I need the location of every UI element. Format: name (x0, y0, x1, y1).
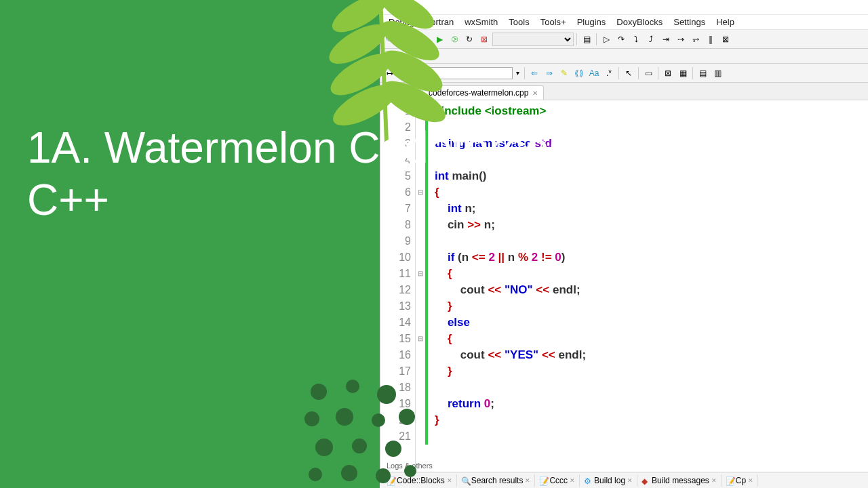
match-case-icon[interactable]: ⟪⟫ (572, 66, 586, 80)
box4-icon[interactable]: ▥ (711, 66, 724, 80)
debug-pause-icon[interactable]: ‖ (704, 33, 717, 46)
menu-toolsplus[interactable]: Tools+ (535, 16, 572, 28)
svg-point-9 (346, 380, 359, 393)
close-icon[interactable]: ✕ (748, 477, 753, 484)
doc-icon[interactable]: ▤ (580, 33, 593, 46)
close-icon[interactable]: ✕ (711, 477, 717, 484)
svg-point-20 (376, 468, 391, 483)
bottom-tab-search-results[interactable]: 🔍Search results✕ (457, 474, 536, 487)
svg-point-10 (377, 385, 396, 404)
bottom-tab-cccc[interactable]: 📝Cccc✕ (535, 474, 580, 487)
svg-point-18 (309, 468, 322, 481)
menu-doxyblocks[interactable]: DoxyBlocks (611, 16, 668, 28)
rect-tool-icon[interactable]: ▭ (642, 66, 655, 80)
nav-prev-icon[interactable]: ⇐ (528, 66, 541, 80)
menu-plugins[interactable]: Plugins (572, 16, 612, 28)
close-tab-icon[interactable]: ✕ (532, 89, 538, 97)
whole-word-icon[interactable]: Aa (587, 66, 601, 80)
svg-point-12 (336, 408, 353, 426)
build-target-select[interactable] (492, 33, 574, 46)
regex-icon[interactable]: .* (602, 66, 616, 80)
svg-point-8 (311, 384, 327, 400)
step-over-icon[interactable]: ↷ (614, 33, 628, 46)
step-instr-icon[interactable]: ⇢ (674, 33, 688, 46)
svg-point-15 (315, 439, 333, 456)
menu-settings[interactable]: Settings (668, 16, 711, 28)
close-icon[interactable]: ✕ (447, 477, 452, 484)
debug-run-icon[interactable]: ▷ (599, 33, 613, 46)
highlight-icon[interactable]: ✎ (557, 66, 571, 80)
close-icon[interactable]: ✕ (570, 477, 575, 484)
svg-point-11 (304, 411, 319, 426)
box1-icon[interactable]: ⊠ (661, 66, 675, 80)
dots-decoration (298, 380, 420, 488)
svg-point-21 (404, 465, 416, 477)
step-out-icon[interactable]: ⤴ (644, 33, 658, 46)
slide-title: 1A. Watermelon Codeforces Solution in C+… (27, 122, 868, 226)
bottom-tab-cp[interactable]: 📝Cp✕ (722, 474, 758, 487)
menu-tools[interactable]: Tools (503, 16, 534, 28)
close-icon[interactable]: ✕ (525, 477, 530, 484)
bottom-tab-build-messages[interactable]: ◆Build messages✕ (637, 474, 722, 487)
debug-stop-icon[interactable]: ⊠ (719, 33, 732, 46)
nav-next-icon[interactable]: ⇒ (542, 66, 556, 80)
svg-point-13 (372, 413, 385, 427)
box3-icon[interactable]: ▤ (696, 66, 709, 80)
svg-point-17 (385, 441, 401, 457)
bottom-tab-build-log[interactable]: ⚙Build log✕ (580, 474, 637, 487)
cursor-icon[interactable]: ↖ (622, 66, 635, 80)
bottom-tab-bar: 📝Code::Blocks✕🔍Search results✕📝Cccc✕⚙Bui… (380, 472, 868, 488)
step-asm-icon[interactable]: ⥅ (689, 33, 703, 46)
svg-point-19 (341, 465, 357, 481)
svg-point-14 (399, 409, 415, 425)
close-icon[interactable]: ✕ (627, 477, 633, 484)
box2-icon[interactable]: ▦ (676, 66, 690, 80)
step-into-icon[interactable]: ⤵ (629, 33, 643, 46)
menu-help[interactable]: Help (711, 16, 740, 28)
svg-point-16 (352, 439, 367, 453)
step-next-icon[interactable]: ⇥ (659, 33, 673, 46)
